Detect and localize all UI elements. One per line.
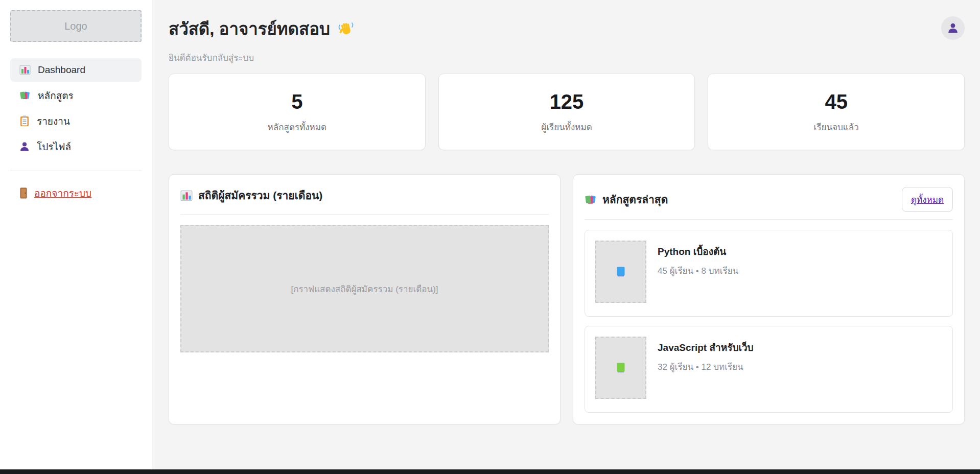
main-content: สวัสดี, อาจารย์ทดสอบ xyxy=(152,0,980,474)
stat-value: 45 xyxy=(825,90,848,113)
chart-placeholder: [กราฟแสดงสถิติผู้สมัครรวม (รายเดือน)] xyxy=(180,225,549,352)
chart-panel-title: สถิติผู้สมัครรวม (รายเดือน) xyxy=(198,187,322,204)
course-meta: 32 ผู้เรียน • 12 บทเรียน xyxy=(658,360,754,373)
bar-chart-icon xyxy=(180,189,193,202)
greeting-block: สวัสดี, อาจารย์ทดสอบ xyxy=(169,15,355,64)
sidebar-divider xyxy=(10,171,142,171)
bottom-bar xyxy=(0,469,980,474)
stat-value: 125 xyxy=(550,90,584,113)
sidebar-item-label: หลักสูตร xyxy=(38,88,74,103)
courses-panel-title: หลักสูตรล่าสุด xyxy=(602,191,668,208)
panels-row: สถิติผู้สมัครรวม (รายเดือน) [กราฟแสดงสถิ… xyxy=(169,174,965,424)
sidebar: Logo Dashboard xyxy=(0,0,152,474)
logo-text: Logo xyxy=(64,20,87,32)
avatar[interactable] xyxy=(941,16,965,40)
stats-row: 5 หลักสูตรทั้งหมด 125 ผู้เรียนทั้งหมด 45… xyxy=(169,74,965,150)
course-thumbnail xyxy=(595,337,646,399)
course-thumbnail xyxy=(595,241,646,303)
stat-card-total-courses: 5 หลักสูตรทั้งหมด xyxy=(169,74,426,150)
sidebar-item-dashboard[interactable]: Dashboard xyxy=(10,58,142,82)
sidebar-item-reports[interactable]: รายงาน xyxy=(10,109,142,133)
bar-chart-icon xyxy=(19,64,31,76)
stat-value: 5 xyxy=(291,90,302,113)
door-icon xyxy=(19,187,28,199)
course-title: Python เบื้องต้น xyxy=(658,244,738,259)
stat-label: หลักสูตรทั้งหมด xyxy=(268,120,326,134)
books-icon xyxy=(585,194,597,206)
page-subtitle: ยินดีต้อนรับกลับสู่ระบบ xyxy=(169,51,355,64)
logout-label: ออกจากระบบ xyxy=(34,185,91,201)
course-meta: 45 ผู้เรียน • 8 บทเรียน xyxy=(658,264,738,277)
greeting-text: สวัสดี, อาจารย์ทดสอบ xyxy=(169,15,330,42)
sidebar-item-courses[interactable]: หลักสูตร xyxy=(10,84,142,107)
books-icon xyxy=(19,90,31,101)
stat-card-total-learners: 125 ผู้เรียนทั้งหมด xyxy=(438,74,695,150)
courses-panel-title-group: หลักสูตรล่าสุด xyxy=(585,191,668,208)
course-info: Python เบื้องต้น 45 ผู้เรียน • 8 บทเรียน xyxy=(658,241,738,277)
green-book-icon xyxy=(617,363,625,373)
view-all-button[interactable]: ดูทั้งหมด xyxy=(902,187,953,212)
stat-label: ผู้เรียนทั้งหมด xyxy=(541,120,592,134)
panel-divider xyxy=(180,214,549,215)
waving-hand-icon xyxy=(337,20,355,38)
course-item-javascript[interactable]: JavaScript สำหรับเว็บ 32 ผู้เรียน • 12 บ… xyxy=(585,326,953,413)
courses-panel-header: หลักสูตรล่าสุด ดูทั้งหมด xyxy=(585,187,953,212)
sidebar-item-profile[interactable]: โปรไฟล์ xyxy=(10,135,142,158)
chart-panel: สถิติผู้สมัครรวม (รายเดือน) [กราฟแสดงสถิ… xyxy=(169,174,561,424)
stat-label: เรียนจบแล้ว xyxy=(814,120,859,134)
person-icon xyxy=(19,141,30,152)
sidebar-item-label: รายงาน xyxy=(37,113,70,129)
sidebar-nav: Dashboard หลักสูตร xyxy=(10,58,142,158)
stat-card-completed: 45 เรียนจบแล้ว xyxy=(708,74,965,150)
sidebar-item-label: โปรไฟล์ xyxy=(37,139,71,154)
course-title: JavaScript สำหรับเว็บ xyxy=(658,340,754,355)
blue-book-icon xyxy=(617,267,625,277)
course-item-python[interactable]: Python เบื้องต้น 45 ผู้เรียน • 8 บทเรียน xyxy=(585,230,953,317)
logout-link[interactable]: ออกจากระบบ xyxy=(10,185,142,201)
courses-panel: หลักสูตรล่าสุด ดูทั้งหมด xyxy=(573,174,965,424)
clipboard-icon xyxy=(19,115,30,127)
panel-divider xyxy=(585,219,953,220)
page-title: สวัสดี, อาจารย์ทดสอบ xyxy=(169,15,355,42)
topbar: สวัสดี, อาจารย์ทดสอบ xyxy=(169,15,965,64)
person-icon xyxy=(947,22,959,34)
logo-placeholder: Logo xyxy=(10,10,142,42)
chart-panel-header: สถิติผู้สมัครรวม (รายเดือน) xyxy=(180,187,549,204)
chart-placeholder-text: [กราฟแสดงสถิติผู้สมัครรวม (รายเดือน)] xyxy=(291,282,438,296)
course-info: JavaScript สำหรับเว็บ 32 ผู้เรียน • 12 บ… xyxy=(658,337,754,373)
sidebar-item-label: Dashboard xyxy=(38,64,85,76)
app-root: Logo Dashboard xyxy=(0,0,980,474)
